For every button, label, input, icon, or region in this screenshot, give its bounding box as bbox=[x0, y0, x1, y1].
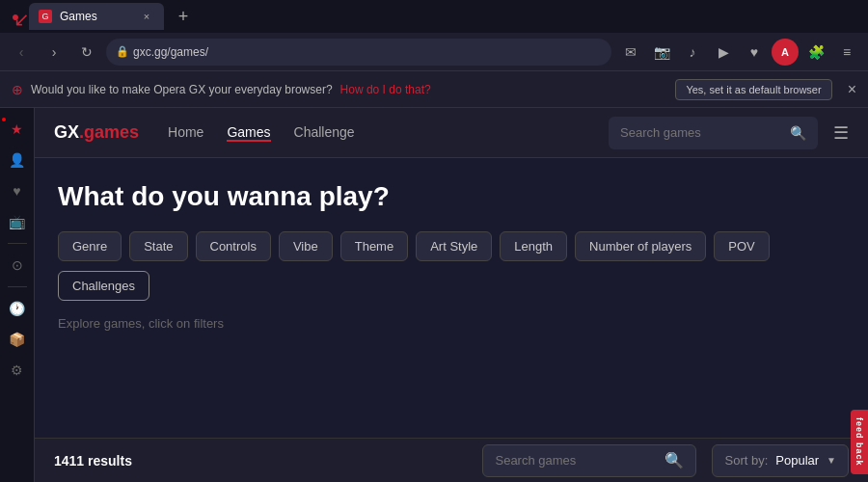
filter-length[interactable]: Length bbox=[500, 231, 567, 261]
filter-genre[interactable]: Genre bbox=[58, 231, 122, 261]
results-count: 1411 results bbox=[54, 453, 132, 469]
profile-avatar[interactable]: A bbox=[772, 39, 799, 66]
notif-link[interactable]: How do I do that? bbox=[340, 83, 431, 96]
tab-favicon: G bbox=[39, 10, 52, 23]
nav-link-games[interactable]: Games bbox=[227, 124, 270, 142]
tab-bar-left: ● G Games × + bbox=[8, 3, 197, 30]
sort-dropdown[interactable]: Sort by: Popular ▼ bbox=[712, 444, 849, 477]
bottom-search-icon: 🔍 bbox=[665, 451, 684, 469]
camera-icon[interactable]: 📷 bbox=[648, 39, 675, 66]
heart-toolbar-icon[interactable]: ♥ bbox=[741, 39, 768, 66]
hamburger-menu[interactable]: ☰ bbox=[833, 122, 849, 144]
tab-close-button[interactable]: × bbox=[139, 9, 154, 24]
main-layout: ★ 👤 ♥ 📺 ⊙ 🕐 📦 ⚙ GX.games Home Games Chal… bbox=[0, 108, 868, 482]
explore-text: Explore games, click on filters bbox=[58, 316, 845, 331]
notif-close-button[interactable]: × bbox=[848, 81, 856, 98]
site-search-input[interactable] bbox=[620, 125, 782, 140]
notif-message: Would you like to make Opera GX your eve… bbox=[31, 83, 333, 96]
nav-link-home[interactable]: Home bbox=[168, 124, 203, 142]
site-navbar: GX.games Home Games Challenge 🔍 ☰ bbox=[35, 108, 868, 158]
sidebar-icon-home[interactable]: ★ bbox=[4, 116, 31, 143]
content-area: GX.games Home Games Challenge 🔍 ☰ What d… bbox=[35, 108, 868, 482]
page-title: What do you wanna play? bbox=[58, 181, 845, 212]
play-icon[interactable]: ▶ bbox=[710, 39, 737, 66]
address-bar: ‹ › ↻ 🔒 ✉ 📷 ♪ ▶ ♥ A 🧩 ≡ bbox=[0, 33, 868, 71]
toolbar-right: ✉ 📷 ♪ ▶ ♥ A 🧩 ≡ bbox=[617, 39, 860, 66]
sidebar-divider-2 bbox=[8, 286, 27, 287]
bottom-bar: 1411 results 🔍 Sort by: Popular ▼ bbox=[35, 438, 868, 482]
filter-row-2: Challenges bbox=[58, 271, 845, 301]
sort-label: Sort by: bbox=[724, 453, 768, 468]
site-nav-links: Home Games Challenge bbox=[168, 124, 355, 142]
address-input[interactable] bbox=[106, 39, 611, 66]
sort-value: Popular bbox=[775, 453, 819, 468]
back-button[interactable]: ‹ bbox=[8, 39, 35, 66]
page-content: What do you wanna play? Genre State Cont… bbox=[35, 158, 868, 346]
music-icon[interactable]: ♪ bbox=[679, 39, 706, 66]
browser-logo: ● bbox=[8, 9, 23, 24]
filter-pov[interactable]: POV bbox=[714, 231, 769, 261]
filter-controls[interactable]: Controls bbox=[196, 231, 271, 261]
notification-bar: ⊕ Would you like to make Opera GX your e… bbox=[0, 71, 868, 108]
tab-title: Games bbox=[60, 10, 97, 23]
forward-button[interactable]: › bbox=[41, 39, 68, 66]
sidebar-icon-heart[interactable]: ♥ bbox=[4, 177, 31, 204]
active-tab[interactable]: G Games × bbox=[29, 3, 164, 30]
site-search-box[interactable]: 🔍 bbox=[609, 117, 818, 149]
filter-theme[interactable]: Theme bbox=[340, 231, 408, 261]
new-tab-button[interactable]: + bbox=[170, 3, 197, 30]
address-wrapper: 🔒 bbox=[106, 39, 611, 66]
sidebar: ★ 👤 ♥ 📺 ⊙ 🕐 📦 ⚙ bbox=[0, 108, 35, 482]
menu-icon[interactable]: ≡ bbox=[833, 39, 860, 66]
filter-art-style[interactable]: Art Style bbox=[416, 231, 492, 261]
mail-icon[interactable]: ✉ bbox=[617, 39, 644, 66]
site-search-icon: 🔍 bbox=[790, 125, 806, 141]
extensions-icon[interactable]: 🧩 bbox=[802, 39, 829, 66]
filter-state[interactable]: State bbox=[129, 231, 187, 261]
tab-bar: ● G Games × + bbox=[0, 0, 868, 33]
filter-row-1: Genre State Controls Vibe Theme Art Styl… bbox=[58, 231, 845, 261]
sidebar-icon-clock[interactable]: 🕐 bbox=[4, 295, 31, 322]
bottom-search-input[interactable] bbox=[495, 453, 657, 468]
notif-opera-icon: ⊕ bbox=[12, 82, 23, 97]
site-logo: GX.games bbox=[54, 122, 139, 143]
bottom-search-box[interactable]: 🔍 bbox=[482, 444, 696, 477]
sidebar-icon-tv[interactable]: 📺 bbox=[4, 208, 31, 235]
feedback-button[interactable]: feed back bbox=[851, 410, 868, 474]
sidebar-icon-box[interactable]: 📦 bbox=[4, 326, 31, 353]
lock-icon: 🔒 bbox=[116, 45, 129, 58]
sort-arrow-icon: ▼ bbox=[827, 455, 836, 466]
set-default-button[interactable]: Yes, set it as default browser bbox=[675, 79, 831, 100]
sidebar-divider-1 bbox=[8, 243, 27, 244]
nav-link-challenge[interactable]: Challenge bbox=[294, 124, 355, 142]
refresh-button[interactable]: ↻ bbox=[73, 39, 100, 66]
sidebar-icon-gear[interactable]: ⚙ bbox=[4, 357, 31, 384]
filter-challenges[interactable]: Challenges bbox=[58, 271, 149, 301]
browser-window: ↙ ● G Games × + ‹ › ↻ 🔒 ✉ 📷 ♪ ▶ ♥ A 🧩 bbox=[0, 0, 868, 482]
filter-vibe[interactable]: Vibe bbox=[279, 231, 333, 261]
sidebar-icon-person[interactable]: 👤 bbox=[4, 147, 31, 174]
sidebar-icon-circle[interactable]: ⊙ bbox=[4, 252, 31, 279]
filter-number-of-players[interactable]: Number of players bbox=[575, 231, 706, 261]
